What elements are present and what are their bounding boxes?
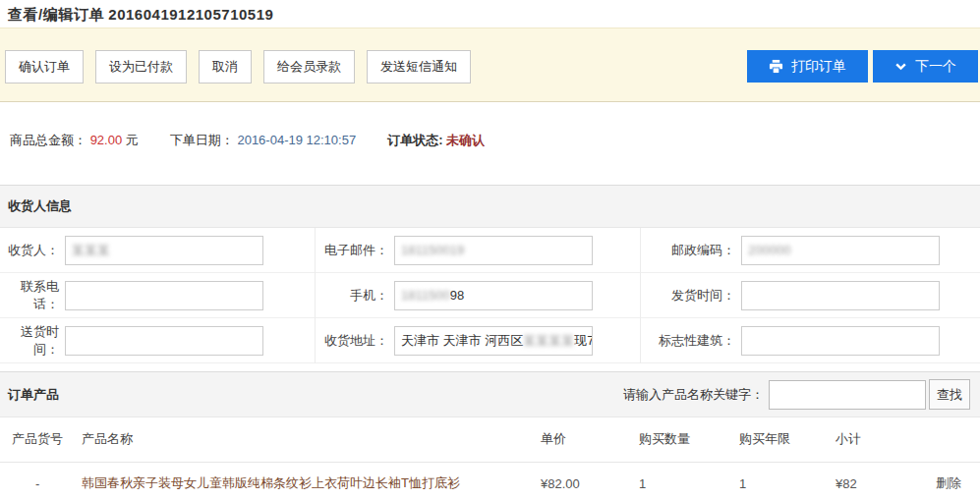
spacer bbox=[0, 363, 980, 371]
product-price: ¥82.00 bbox=[541, 462, 639, 500]
col-sku: 产品货号 bbox=[0, 417, 82, 462]
cancel-button[interactable]: 取消 bbox=[199, 50, 252, 83]
page-title: 查看/编辑订单 2016041912105710519 bbox=[8, 6, 972, 25]
print-order-label: 打印订单 bbox=[791, 58, 846, 76]
postcode-input[interactable]: 200000 bbox=[741, 236, 940, 265]
field-consignee-label: 收货人： bbox=[2, 242, 59, 259]
order-total-value: 92.00 bbox=[90, 133, 123, 147]
field-phone: 联系电话： bbox=[0, 273, 316, 318]
title-bar: 查看/编辑订单 2016041912105710519 bbox=[0, 0, 980, 28]
col-price: 单价 bbox=[541, 417, 639, 462]
order-total-label: 商品总金额： bbox=[10, 133, 86, 147]
field-delivery-time: 送货时间： bbox=[0, 318, 316, 363]
order-status-value: 未确认 bbox=[446, 133, 485, 147]
order-status: 订单状态: 未确认 bbox=[387, 132, 485, 149]
ship-time-input[interactable] bbox=[741, 281, 940, 310]
mobile-input[interactable]: 181150098 bbox=[394, 281, 593, 310]
confirm-order-button[interactable]: 确认订单 bbox=[5, 50, 84, 83]
col-actions bbox=[924, 417, 980, 462]
field-mobile: 手机： 181150098 bbox=[316, 273, 641, 318]
product-search: 请输入产品名称关键字： 查找 bbox=[623, 379, 970, 410]
order-date: 下单日期： 2016-04-19 12:10:57 bbox=[170, 132, 356, 149]
recipient-section-title: 收货人信息 bbox=[8, 197, 72, 215]
field-address-label: 收货地址： bbox=[323, 332, 388, 350]
toolbar-left-group: 确认订单 设为已付款 取消 给会员录款 发送短信通知 bbox=[5, 50, 471, 83]
products-header-row: 产品货号 产品名称 单价 购买数量 购买年限 小计 bbox=[0, 417, 980, 462]
toolbar-right-group: 打印订单 下一个 bbox=[747, 50, 978, 83]
product-subtotal: ¥82 bbox=[836, 462, 924, 500]
delete-product-link[interactable]: 删除 bbox=[936, 475, 961, 490]
email-input[interactable]: 181150019 bbox=[394, 236, 593, 265]
field-consignee: 收货人： 某某某 bbox=[0, 228, 316, 273]
next-order-label: 下一个 bbox=[915, 58, 956, 76]
order-summary: 商品总金额： 92.00 元 下单日期： 2016-04-19 12:10:57… bbox=[0, 102, 980, 185]
field-address: 收货地址： 天津市 天津市 河西区某某某某现7 bbox=[316, 318, 641, 363]
product-search-button[interactable]: 查找 bbox=[929, 379, 970, 410]
address-input[interactable]: 天津市 天津市 河西区某某某某现7 bbox=[394, 326, 593, 356]
recipient-fields: 收货人： 某某某 电子邮件： 181150019 邮政编码： 200000 联系… bbox=[0, 228, 980, 363]
print-order-button[interactable]: 打印订单 bbox=[747, 50, 868, 83]
landmark-input[interactable] bbox=[741, 326, 940, 356]
field-landmark-label: 标志性建筑： bbox=[651, 332, 735, 350]
order-status-label: 订单状态: bbox=[387, 133, 442, 147]
field-phone-label: 联系电话： bbox=[2, 278, 59, 313]
field-delivery-time-label: 送货时间： bbox=[2, 323, 59, 359]
send-sms-button[interactable]: 发送短信通知 bbox=[367, 50, 471, 83]
table-row: - 韩国春秋亲子装母女儿童韩版纯棉条纹衫上衣荷叶边长袖T恤打底衫 ¥82.00 … bbox=[0, 462, 980, 500]
field-postcode-label: 邮政编码： bbox=[651, 242, 735, 259]
field-postcode: 邮政编码： 200000 bbox=[641, 228, 980, 273]
chevron-down-icon bbox=[894, 60, 907, 73]
field-ship-time: 发货时间： bbox=[641, 273, 980, 318]
product-sku: - bbox=[0, 462, 82, 500]
col-name: 产品名称 bbox=[82, 417, 541, 462]
product-search-input[interactable] bbox=[769, 380, 926, 410]
field-email: 电子邮件： 181150019 bbox=[316, 228, 641, 273]
phone-input[interactable] bbox=[65, 281, 263, 310]
delivery-time-input[interactable] bbox=[65, 326, 263, 356]
products-table: 产品货号 产品名称 单价 购买数量 购买年限 小计 - 韩国春秋亲子装母女儿童韩… bbox=[0, 417, 980, 500]
order-total: 商品总金额： 92.00 元 bbox=[10, 132, 139, 149]
field-ship-time-label: 发货时间： bbox=[651, 287, 735, 305]
col-subtotal: 小计 bbox=[836, 417, 924, 462]
field-email-label: 电子邮件： bbox=[323, 242, 388, 259]
product-name-link[interactable]: 韩国春秋亲子装母女儿童韩版纯棉条纹衫上衣荷叶边长袖T恤打底衫 bbox=[82, 475, 460, 490]
printer-icon bbox=[769, 59, 783, 74]
col-years: 购买年限 bbox=[739, 417, 836, 462]
consignee-input[interactable]: 某某某 bbox=[65, 236, 263, 265]
product-years: 1 bbox=[739, 462, 836, 500]
set-paid-button[interactable]: 设为已付款 bbox=[95, 50, 187, 83]
order-date-label: 下单日期： bbox=[170, 133, 234, 147]
next-order-button[interactable]: 下一个 bbox=[873, 50, 978, 83]
product-search-label: 请输入产品名称关键字： bbox=[623, 386, 764, 404]
order-date-value: 2016-04-19 12:10:57 bbox=[237, 133, 356, 147]
record-member-payment-button[interactable]: 给会员录款 bbox=[263, 50, 355, 83]
products-section-header: 订单产品 请输入产品名称关键字： 查找 bbox=[0, 371, 980, 417]
recipient-section-header: 收货人信息 bbox=[0, 185, 980, 228]
order-total-unit: 元 bbox=[126, 133, 139, 147]
order-edit-page: 查看/编辑订单 2016041912105710519 确认订单 设为已付款 取… bbox=[0, 0, 980, 500]
toolbar: 确认订单 设为已付款 取消 给会员录款 发送短信通知 打印订单 bbox=[0, 28, 980, 102]
field-landmark: 标志性建筑： bbox=[641, 318, 980, 363]
product-qty: 1 bbox=[639, 462, 739, 500]
col-qty: 购买数量 bbox=[639, 417, 739, 462]
field-mobile-label: 手机： bbox=[323, 287, 388, 305]
products-section-title: 订单产品 bbox=[8, 386, 59, 404]
